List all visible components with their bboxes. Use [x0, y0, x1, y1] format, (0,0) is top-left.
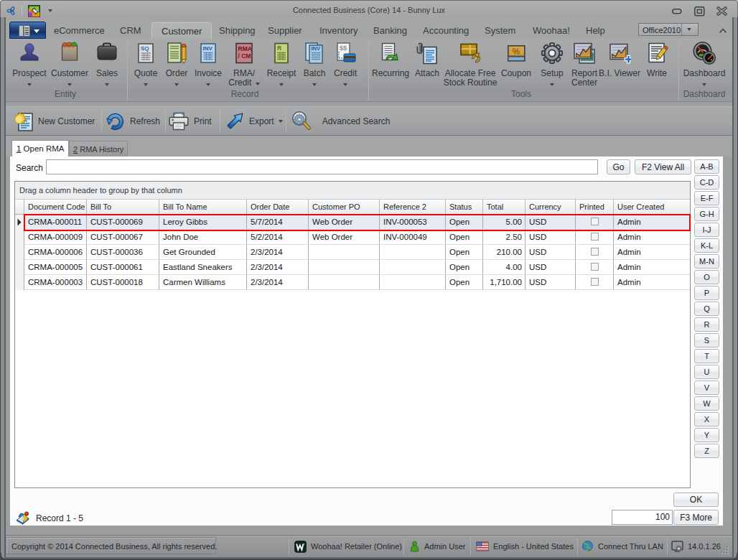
- svg-text:INV: INV: [312, 45, 321, 52]
- svg-text:INV: INV: [203, 45, 213, 52]
- svg-text:R: R: [277, 45, 281, 52]
- svg-text:%: %: [513, 47, 520, 57]
- svg-text:SQ: SQ: [141, 45, 149, 52]
- svg-text:$$: $$: [340, 45, 347, 52]
- svg-text:RMA: RMA: [238, 45, 252, 52]
- svg-text:/ CM: / CM: [238, 52, 251, 60]
